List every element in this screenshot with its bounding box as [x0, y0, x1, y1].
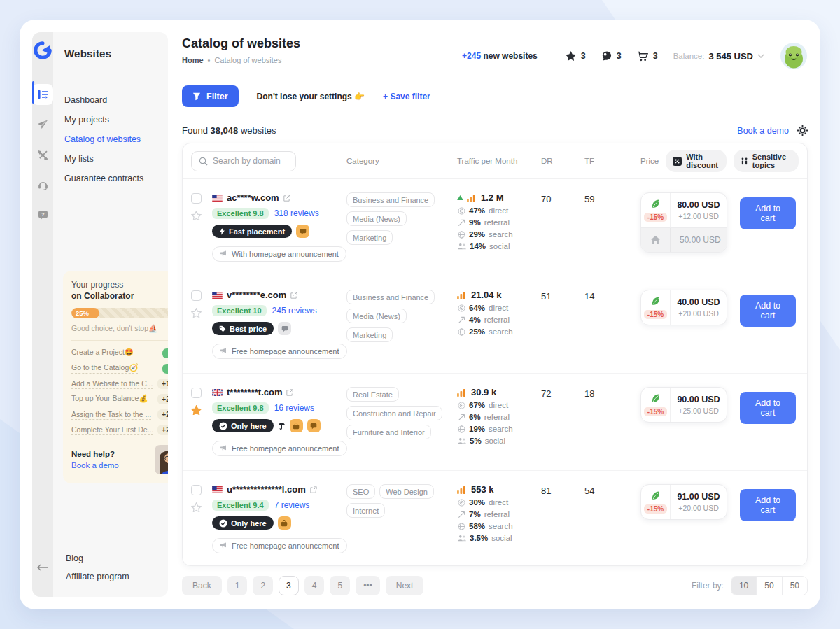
rail-outreach-icon[interactable]: [32, 114, 53, 135]
traffic-cell: 553 k 30%direct7%referral58%search3.5%so…: [457, 484, 541, 542]
announcement-chip: Free homepage announcement: [212, 538, 347, 553]
pagination-page-3[interactable]: 3: [279, 576, 299, 595]
category-chip: Media (News): [346, 211, 407, 226]
add-to-cart-button[interactable]: Add to cart: [740, 295, 796, 327]
sensitive-topics-chip[interactable]: Sensitive topics: [734, 150, 799, 172]
category-chip: Web Design: [379, 484, 434, 499]
task-reward-badge: +25%: [158, 409, 168, 420]
progress-task: Add a Website to the C... +10%: [71, 379, 168, 389]
search-input[interactable]: [213, 156, 286, 166]
traffic-value: 21.04 k: [471, 290, 501, 300]
pagination-back-button[interactable]: Back: [182, 576, 222, 595]
category-chip: Marketing: [346, 230, 393, 245]
page-size-option-1[interactable]: 50: [756, 577, 781, 595]
favorite-star-icon[interactable]: [191, 502, 202, 512]
flag-us-icon: [212, 292, 223, 299]
task-label[interactable]: Top up Your Balance💰: [71, 394, 148, 404]
filter-button[interactable]: Filter: [182, 85, 239, 107]
with-discount-chip[interactable]: With discount: [666, 150, 727, 172]
reviews-link[interactable]: 245 reviews: [272, 306, 317, 316]
discount-badge: -15%: [644, 407, 667, 416]
balance-dropdown[interactable]: Balance: 3 545 USD: [673, 51, 764, 62]
sensitive-topics-icon: [741, 157, 748, 165]
rail-tools-icon[interactable]: [32, 144, 53, 165]
sidebar-item-my-projects[interactable]: My projects: [63, 110, 168, 129]
help-block: Need help? Book a demo: [71, 445, 168, 474]
new-websites-label: +245 new websites: [462, 51, 538, 61]
row-checkbox[interactable]: [191, 485, 202, 495]
referral-icon: [458, 414, 465, 421]
external-link-icon[interactable]: [286, 389, 293, 396]
pagination-page-1[interactable]: 1: [227, 576, 248, 595]
feature-chip-tag: Best price: [212, 322, 274, 335]
column-dr: DR: [541, 157, 584, 165]
favorite-star-icon[interactable]: [191, 211, 202, 220]
star-icon: [566, 51, 576, 61]
sidebar-item-my-lists[interactable]: My lists: [63, 149, 168, 169]
traffic-direct: 47%direct: [458, 206, 541, 215]
favorite-star-icon[interactable]: [191, 308, 202, 318]
reviews-link[interactable]: 7 reviews: [274, 500, 310, 510]
save-filter-link[interactable]: + Save filter: [383, 92, 430, 101]
pagination-ellipsis[interactable]: •••: [356, 576, 380, 595]
external-link-icon[interactable]: [284, 195, 290, 202]
flag-uk-icon: [212, 389, 223, 396]
domain-link[interactable]: u**************l.com: [227, 484, 306, 495]
breadcrumb-home[interactable]: Home: [182, 56, 204, 64]
sidebar-item-dashboard[interactable]: Dashboard: [63, 90, 168, 110]
sidebar-item-catalog[interactable]: Catalog of websites: [63, 129, 168, 149]
external-link-icon[interactable]: [310, 486, 317, 493]
people-icon: [458, 437, 466, 444]
favorite-star-icon[interactable]: [191, 405, 202, 415]
domain-link[interactable]: v********e.com: [227, 290, 286, 300]
domain-link[interactable]: t********t.com: [227, 387, 282, 397]
task-reward-badge: +20%: [158, 425, 168, 435]
domain-link[interactable]: ac****w.com: [227, 192, 279, 203]
add-to-cart-button[interactable]: Add to cart: [740, 392, 796, 424]
rail-support-headset-icon[interactable]: [32, 174, 53, 195]
progress-task: Top up Your Balance💰 +25%: [71, 394, 168, 404]
task-label[interactable]: Go to the Catalog🧭: [71, 363, 138, 374]
pagination-page-2[interactable]: 2: [253, 576, 273, 595]
sidebar-item-blog[interactable]: Blog: [64, 553, 168, 563]
task-label[interactable]: Complete Your First De...: [71, 425, 153, 435]
collapse-sidebar-arrow-icon[interactable]: [32, 557, 53, 578]
task-label[interactable]: Assign the Task to the ...: [71, 410, 151, 420]
page-size-option-2[interactable]: 50: [782, 577, 807, 595]
add-to-cart-button[interactable]: Add to cart: [740, 489, 796, 521]
collaborator-logo-icon[interactable]: [33, 41, 52, 60]
home-icon: [641, 228, 671, 252]
book-demo-sidebar-link[interactable]: Book a demo: [71, 461, 119, 469]
price-card: -15% 90.00 USD +25.00 USD: [640, 387, 727, 423]
task-reward-badge: +25%: [158, 394, 168, 404]
pagination-next-button[interactable]: Next: [386, 576, 424, 595]
homepage-price: 50.00 USD: [641, 227, 727, 252]
gear-icon[interactable]: [797, 125, 808, 136]
pagination-page-4[interactable]: 4: [304, 576, 325, 595]
user-avatar[interactable]: [780, 42, 808, 70]
rail-help-icon[interactable]: ?: [32, 204, 53, 225]
row-checkbox[interactable]: [191, 388, 202, 398]
favorites-counter[interactable]: 3: [566, 51, 586, 61]
reviews-link[interactable]: 318 reviews: [274, 209, 319, 218]
chat-bubble-icon: [601, 51, 612, 62]
task-label[interactable]: Add a Website to the C...: [71, 379, 153, 389]
row-checkbox[interactable]: [191, 193, 202, 204]
rating-badge: Excellent 9.8: [212, 208, 269, 219]
cart-counter[interactable]: 3: [637, 51, 658, 62]
globe-icon: [458, 425, 465, 433]
task-label[interactable]: Create a Project🤩: [71, 348, 134, 358]
page-size-option-0[interactable]: 10: [732, 577, 756, 595]
pagination: Back12345•••Next: [182, 576, 424, 595]
rail-websites-icon[interactable]: [32, 84, 53, 105]
messages-counter[interactable]: 3: [601, 51, 622, 62]
row-checkbox[interactable]: [191, 290, 202, 301]
external-link-icon[interactable]: [290, 292, 298, 299]
sidebar-item-affiliate-program[interactable]: Affiliate program: [64, 572, 168, 581]
pagination-page-5[interactable]: 5: [330, 576, 350, 595]
sidebar: ? Websites Dashboard My projects Catalog…: [32, 32, 168, 597]
book-demo-link[interactable]: Book a demo: [737, 126, 789, 136]
sidebar-item-guarantee-contracts[interactable]: Guarantee contracts: [63, 169, 168, 188]
reviews-link[interactable]: 16 reviews: [274, 403, 314, 413]
add-to-cart-button[interactable]: Add to cart: [740, 197, 796, 229]
